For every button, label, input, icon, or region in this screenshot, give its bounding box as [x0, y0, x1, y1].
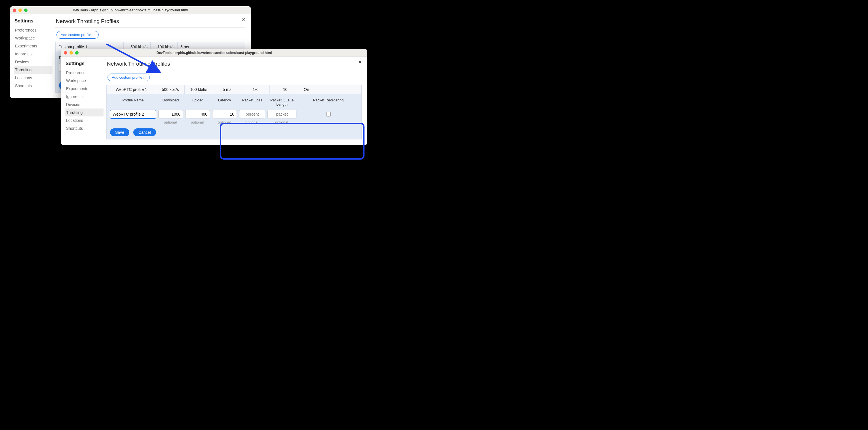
cancel-button[interactable]: Cancel — [133, 128, 156, 136]
settings-heading: Settings — [14, 18, 53, 24]
upload-input[interactable] — [185, 110, 210, 118]
sidebar-item-shortcuts[interactable]: Shortcuts — [14, 82, 53, 90]
titlebar: DevTools - orphis.github.io/webrtc-sandb… — [61, 49, 367, 57]
page-title: Network Throttling Profiles — [55, 17, 245, 28]
close-window-icon[interactable] — [64, 51, 67, 55]
sidebar-item-experiments[interactable]: Experiments — [65, 85, 103, 93]
profiles-table: WebRTC profile 1 500 kbit/s 100 kbit/s 5… — [106, 85, 362, 139]
col-packet-queue: Packet Queue Length — [266, 97, 298, 109]
titlebar: DevTools - orphis.github.io/webrtc-sandb… — [10, 6, 251, 14]
window-title: DevTools - orphis.github.io/webrtc-sandb… — [10, 8, 251, 12]
sidebar-item-locations[interactable]: Locations — [65, 116, 103, 124]
cell-name: WebRTC profile 1 — [107, 85, 156, 94]
packet-loss-input[interactable] — [239, 110, 265, 118]
col-packet-reorder: Packet Reordering — [298, 97, 359, 109]
download-input[interactable] — [158, 110, 183, 118]
profile-name-input[interactable] — [110, 110, 156, 118]
sidebar-item-workspace[interactable]: Workspace — [14, 34, 53, 42]
add-custom-profile-button[interactable]: Add custom profile... — [107, 74, 150, 81]
col-profile-name: Profile Name — [109, 97, 157, 109]
sidebar-item-ignore-list[interactable]: Ignore List — [14, 50, 53, 58]
sidebar-item-throttling[interactable]: Throttling — [14, 66, 53, 74]
minimize-window-icon[interactable] — [69, 51, 73, 55]
packet-reorder-checkbox[interactable] — [326, 112, 331, 116]
sidebar-item-ignore-list[interactable]: Ignore List — [65, 93, 103, 101]
cell-download: 500 kbit/s — [156, 85, 185, 94]
hint-optional: optional — [184, 119, 211, 125]
hint-optional: optional — [211, 119, 238, 125]
sidebar-item-workspace[interactable]: Workspace — [65, 77, 103, 85]
cell-packet-queue: 10 — [270, 85, 301, 94]
hint-optional: optional — [157, 119, 184, 125]
cell-packet-reorder: On — [301, 85, 362, 94]
col-latency: Latency — [211, 97, 238, 109]
sidebar-item-shortcuts[interactable]: Shortcuts — [65, 124, 103, 132]
cell-upload: 100 kbit/s — [185, 85, 213, 94]
sidebar-item-preferences[interactable]: Preferences — [14, 26, 53, 34]
maximize-window-icon[interactable] — [75, 51, 79, 55]
maximize-window-icon[interactable] — [24, 8, 28, 12]
sidebar-item-throttling[interactable]: Throttling — [65, 109, 103, 116]
hint-optional: optional — [238, 119, 266, 125]
close-icon[interactable]: ✕ — [242, 17, 246, 23]
settings-heading: Settings — [65, 61, 103, 66]
col-upload: Upload — [184, 97, 211, 109]
save-button[interactable]: Save — [110, 128, 129, 136]
add-custom-profile-button[interactable]: Add custom profile... — [57, 31, 99, 39]
cell-packet-loss: 1% — [241, 85, 270, 94]
sidebar-item-locations[interactable]: Locations — [14, 74, 53, 82]
packet-queue-input[interactable] — [268, 110, 297, 118]
table-row[interactable]: WebRTC profile 1 500 kbit/s 100 kbit/s 5… — [107, 85, 362, 94]
cell-latency: 5 ms — [213, 85, 241, 94]
sidebar-item-devices[interactable]: Devices — [14, 58, 53, 66]
minimize-window-icon[interactable] — [19, 8, 22, 12]
sidebar-item-experiments[interactable]: Experiments — [14, 42, 53, 50]
col-download: Download — [157, 97, 184, 109]
close-icon[interactable]: ✕ — [358, 59, 362, 65]
sidebar-item-preferences[interactable]: Preferences — [65, 69, 103, 77]
hint-optional: optional — [266, 119, 298, 125]
close-window-icon[interactable] — [13, 8, 16, 12]
latency-input[interactable] — [212, 110, 237, 118]
sidebar-item-devices[interactable]: Devices — [65, 101, 103, 109]
window-title: DevTools - orphis.github.io/webrtc-sandb… — [61, 51, 367, 55]
page-title: Network Throttling Profiles — [106, 60, 362, 70]
col-packet-loss: Packet Loss — [238, 97, 266, 109]
